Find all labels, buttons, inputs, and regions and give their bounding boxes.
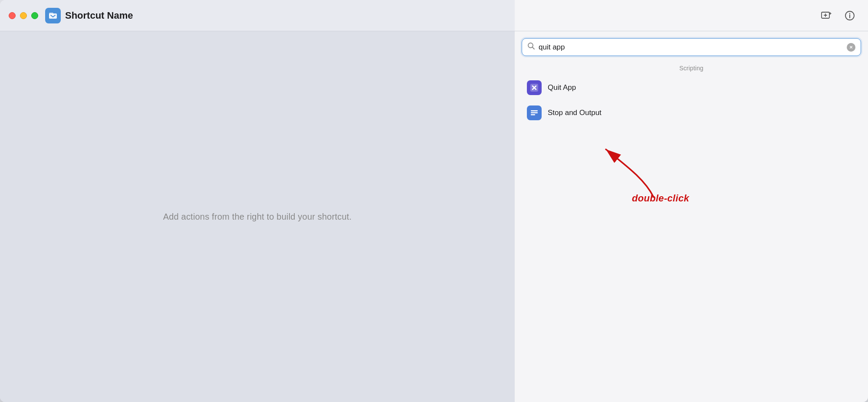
quit-app-label: Quit App [548, 83, 576, 92]
main-content: Add actions from the right to build your… [0, 31, 868, 402]
stop-output-icon-bg [527, 105, 542, 120]
add-shortcut-button[interactable] [819, 8, 834, 23]
titlebar: Shortcut Name [0, 0, 868, 31]
info-button[interactable] [842, 8, 858, 23]
search-input[interactable] [539, 43, 843, 52]
search-clear-button[interactable]: × [847, 43, 855, 52]
action-item-stop-and-output[interactable]: Stop and Output [522, 101, 861, 125]
app-window: Shortcut Name [0, 0, 868, 402]
search-icon [527, 42, 535, 52]
quit-app-icon-bg [527, 80, 542, 95]
traffic-lights [9, 12, 38, 19]
svg-rect-7 [531, 110, 538, 112]
search-box[interactable]: × [522, 38, 861, 56]
add-shortcut-icon [821, 10, 832, 21]
info-icon [844, 10, 855, 21]
maximize-button[interactable] [31, 12, 38, 19]
stop-output-icon [529, 108, 539, 118]
svg-point-4 [849, 13, 850, 13]
action-item-quit-app[interactable]: Quit App [522, 76, 861, 99]
svg-rect-9 [531, 114, 535, 115]
stop-and-output-label: Stop and Output [548, 109, 602, 117]
canvas-placeholder-text: Add actions from the right to build your… [163, 212, 352, 222]
minimize-button[interactable] [20, 12, 27, 19]
app-icon [45, 8, 61, 23]
right-panel: × Scripting Quit App [515, 31, 868, 402]
right-panel-header [515, 0, 868, 31]
category-scripting-label: Scripting [522, 65, 861, 72]
svg-rect-8 [531, 112, 538, 114]
close-button[interactable] [9, 12, 16, 19]
quit-app-icon [529, 83, 539, 92]
canvas-area: Add actions from the right to build your… [0, 31, 515, 402]
